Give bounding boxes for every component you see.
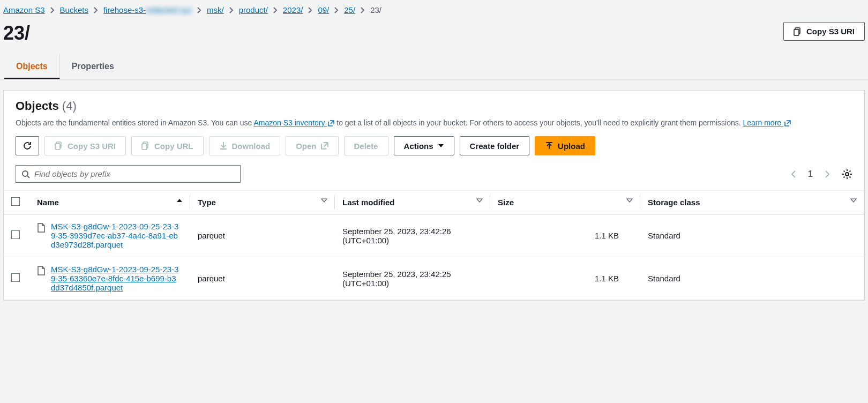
prev-page-button[interactable]: [791, 170, 796, 178]
row-checkbox[interactable]: [11, 273, 20, 282]
svg-rect-3: [55, 144, 60, 150]
panel-description: Objects are the fundamental entities sto…: [16, 117, 852, 129]
search-icon: [21, 170, 30, 178]
upload-label: Upload: [558, 141, 585, 151]
download-label: Download: [232, 141, 271, 151]
copy-icon: [55, 141, 63, 150]
copy-s3-uri-label: Copy S3 URI: [68, 141, 116, 151]
object-name-link[interactable]: MSK-S3-g8dGw-1-2023-09-25-23-39-35-63360…: [51, 265, 179, 292]
settings-button[interactable]: [842, 169, 852, 180]
objects-panel: Objects (4) Objects are the fundamental …: [3, 90, 865, 301]
external-link-icon: [328, 120, 334, 126]
panel-title: Objects (4): [16, 99, 77, 113]
actions-button[interactable]: Actions: [394, 136, 454, 155]
refresh-button[interactable]: [16, 136, 39, 155]
chevron-right-icon: [334, 7, 339, 13]
object-storage-class: Standard: [640, 257, 864, 300]
table-row: MSK-S3-g8dGw-1-2023-09-25-23-39-35-3939d…: [4, 214, 864, 257]
copy-url-button[interactable]: Copy URL: [131, 136, 204, 155]
object-last-modified: September 25, 2023, 23:42:25 (UTC+01:00): [335, 257, 490, 300]
breadcrumb-amazon-s3[interactable]: Amazon S3: [3, 5, 45, 14]
sort-icon: [476, 198, 483, 203]
breadcrumb-product[interactable]: product/: [239, 5, 268, 14]
external-link-icon: [321, 142, 328, 150]
open-label: Open: [296, 141, 316, 151]
tab-properties[interactable]: Properties: [60, 54, 126, 79]
chevron-right-icon: [50, 7, 55, 13]
delete-label: Delete: [354, 141, 378, 151]
breadcrumb-msk[interactable]: msk/: [207, 5, 224, 14]
object-count: (4): [62, 99, 77, 113]
breadcrumb-25[interactable]: 25/: [344, 5, 355, 14]
copy-icon: [794, 27, 802, 36]
chevron-right-icon: [308, 7, 312, 13]
svg-point-7: [845, 173, 849, 176]
copy-icon: [141, 141, 150, 150]
chevron-right-icon: [361, 7, 365, 13]
page-title: 23/: [3, 22, 30, 44]
breadcrumb-09[interactable]: 09/: [318, 5, 329, 14]
sort-icon: [321, 198, 327, 203]
file-icon: [37, 223, 46, 233]
select-all-checkbox[interactable]: [11, 197, 20, 206]
svg-point-6: [23, 171, 28, 176]
object-size: 1.1 KB: [490, 214, 640, 257]
col-type[interactable]: Type: [190, 191, 335, 214]
breadcrumb-2023[interactable]: 2023/: [283, 5, 303, 14]
create-folder-label: Create folder: [470, 141, 520, 151]
sort-icon: [850, 198, 857, 203]
page-number: 1: [808, 169, 813, 179]
object-type: parquet: [190, 257, 335, 300]
row-checkbox[interactable]: [11, 230, 20, 239]
inventory-link[interactable]: Amazon S3 inventory: [253, 118, 334, 127]
sort-asc-icon: [176, 198, 183, 203]
object-name-link[interactable]: MSK-S3-g8dGw-1-2023-09-25-23-39-35-3939d…: [51, 222, 179, 249]
col-name[interactable]: Name: [29, 191, 190, 214]
copy-s3-uri-button[interactable]: Copy S3 URI: [44, 136, 126, 155]
table-row: MSK-S3-g8dGw-1-2023-09-25-23-39-35-63360…: [4, 257, 864, 300]
delete-button[interactable]: Delete: [344, 136, 388, 155]
chevron-right-icon: [273, 7, 278, 13]
download-button[interactable]: Download: [209, 136, 281, 155]
actions-label: Actions: [404, 141, 433, 151]
search-input[interactable]: [34, 169, 235, 178]
chevron-right-icon: [229, 7, 234, 13]
object-type: parquet: [190, 214, 335, 257]
toolbar: Copy S3 URI Copy URL Download Open Delet…: [16, 136, 852, 155]
breadcrumb-current: 23/: [370, 5, 381, 14]
chevron-right-icon: [197, 7, 201, 13]
svg-rect-5: [142, 144, 147, 150]
pagination: 1: [791, 169, 852, 180]
object-storage-class: Standard: [640, 214, 864, 257]
refresh-icon: [23, 141, 32, 151]
next-page-button[interactable]: [825, 170, 830, 178]
download-icon: [219, 141, 228, 150]
sort-icon: [626, 198, 633, 203]
upload-icon: [545, 141, 553, 150]
breadcrumb: Amazon S3 Buckets firehose-s3-redacted-x…: [0, 0, 868, 20]
object-last-modified: September 25, 2023, 23:42:26 (UTC+01:00): [335, 214, 490, 257]
create-folder-button[interactable]: Create folder: [460, 136, 530, 155]
search-box[interactable]: [16, 165, 241, 183]
chevron-right-icon: [94, 7, 98, 13]
breadcrumb-buckets[interactable]: Buckets: [60, 5, 88, 14]
col-size[interactable]: Size: [490, 191, 640, 214]
object-size: 1.1 KB: [490, 257, 640, 300]
caret-down-icon: [438, 143, 444, 148]
copy-url-label: Copy URL: [154, 141, 193, 151]
upload-button[interactable]: Upload: [535, 136, 595, 155]
col-storage-class[interactable]: Storage class: [640, 191, 864, 214]
external-link-icon: [784, 120, 791, 126]
copy-s3-uri-label: Copy S3 URI: [806, 27, 855, 36]
tabs: Objects Properties: [0, 54, 868, 79]
breadcrumb-bucket[interactable]: firehose-s3-redacted-xyz: [103, 5, 192, 14]
svg-rect-1: [794, 29, 799, 35]
tab-objects[interactable]: Objects: [4, 54, 60, 79]
col-last-modified[interactable]: Last modified: [335, 191, 490, 214]
file-icon: [37, 266, 46, 275]
open-button[interactable]: Open: [286, 136, 338, 155]
copy-s3-uri-button[interactable]: Copy S3 URI: [783, 22, 865, 41]
learn-more-link[interactable]: Learn more: [743, 118, 791, 127]
objects-table: Name Type Last modified Size: [4, 190, 864, 300]
